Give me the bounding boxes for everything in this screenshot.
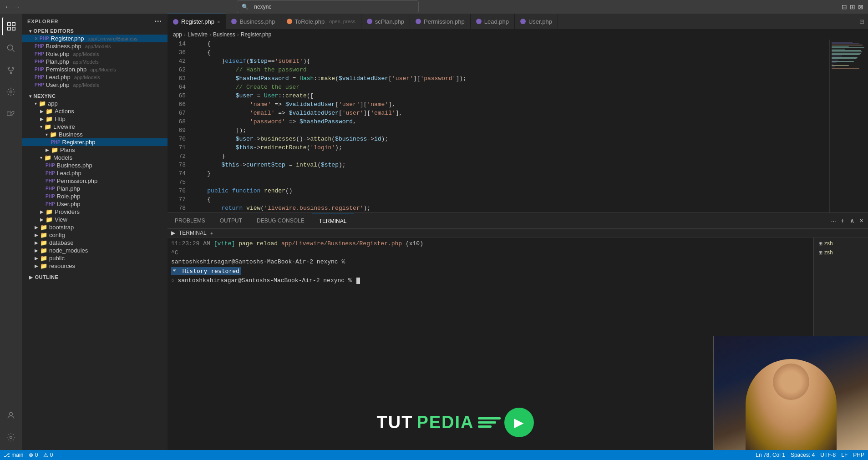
status-eol[interactable]: LF [841, 452, 848, 458]
tab-icon-user [520, 19, 526, 24]
tab-terminal[interactable]: TERMINAL [312, 213, 354, 229]
activity-settings[interactable] [2, 428, 20, 446]
tab-problems[interactable]: PROBLEMS [168, 213, 213, 229]
http-folder[interactable]: ▶ 📁 Http [22, 115, 168, 123]
view-label: View [55, 216, 67, 223]
code-line-76: public function render() [193, 187, 829, 195]
resources-folder-icon: 📁 [40, 263, 47, 269]
open-editor-user-php[interactable]: PHP User.php app/Models [22, 81, 168, 89]
role-php-file[interactable]: PHP Role.php [22, 192, 168, 200]
nav-forward-button[interactable]: → [14, 3, 20, 10]
register-php-file[interactable]: PHP Register.php [22, 138, 168, 146]
close-file-icon[interactable]: × [35, 35, 38, 42]
terminal-instances-panel: ⊞ zsh ⊞ zsh [813, 238, 868, 349]
tab-close-register[interactable]: × [217, 19, 220, 25]
tab-business-php[interactable]: Business.php [226, 14, 281, 30]
global-search-input[interactable] [250, 2, 414, 12]
tab-scplan-php[interactable]: scPlan.php [361, 14, 410, 30]
open-editors-section[interactable]: ▾ OPEN EDITORS [22, 27, 168, 35]
status-ln-col[interactable]: Ln 78, Col 1 [756, 452, 785, 458]
php-file-icon-3: PHP [35, 51, 44, 56]
config-folder[interactable]: ▶ 📁 config [22, 231, 168, 239]
actions-folder[interactable]: ▶ 📁 Actions [22, 107, 168, 115]
business-folder[interactable]: ▾ 📁 Business [22, 131, 168, 138]
activity-explorer[interactable] [2, 17, 20, 35]
node-modules-arrow: ▶ [35, 248, 38, 253]
open-editor-role-php[interactable]: PHP Role.php app/Models [22, 50, 168, 58]
breadcrumb-livewire[interactable]: Livewire [188, 31, 208, 38]
resources-arrow: ▶ [35, 263, 38, 268]
status-lang[interactable]: PHP [853, 452, 864, 458]
app-folder[interactable]: ▾ 📁 app [22, 100, 168, 107]
node-modules-folder-icon: 📁 [40, 247, 47, 254]
nexync-section[interactable]: ▾ NEXYNC [22, 92, 168, 100]
resources-folder[interactable]: ▶ 📁 resources [22, 262, 168, 270]
tab-output[interactable]: OUTPUT [213, 213, 249, 229]
terminal-count: (x10) [406, 240, 423, 247]
user-php-file[interactable]: PHP User.php [22, 200, 168, 208]
layout-icon-1[interactable]: ⊟ [842, 3, 847, 10]
breadcrumb-register-php[interactable]: Register.php [241, 31, 271, 38]
activity-account[interactable] [2, 406, 20, 425]
status-encoding[interactable]: UTF-8 [820, 452, 836, 458]
business-php-file[interactable]: PHP Business.php [22, 162, 168, 169]
open-editor-register-php[interactable]: × PHP Register.php app/Livewire/Business [22, 35, 168, 42]
terminal-main[interactable]: 11:23:29 AM [vite] page reload app/Livew… [168, 238, 813, 349]
split-editor-icon[interactable]: ⊟ [859, 18, 864, 25]
permission-php-file[interactable]: PHP Permission.php [22, 177, 168, 185]
models-folder[interactable]: ▾ 📁 Models [22, 154, 168, 162]
activity-debug[interactable] [2, 83, 20, 101]
activity-search[interactable] [2, 39, 20, 57]
activity-extensions[interactable] [2, 105, 20, 123]
svg-point-4 [8, 45, 13, 51]
layout-icon-2[interactable]: ⊞ [850, 3, 855, 10]
view-folder[interactable]: ▶ 📁 View [22, 216, 168, 223]
status-bar: ⎇ main ⊗ 0 ⚠ 0 Ln 78, Col 1 Spaces: 4 UT… [0, 450, 868, 460]
open-editor-label-4: Plan.php [46, 58, 69, 65]
tab-register-php[interactable]: Register.php × [168, 14, 226, 30]
terminal-instance-1[interactable]: ⊞ zsh [816, 239, 866, 248]
panel-add-button[interactable]: + [840, 216, 845, 225]
layout-icon-3[interactable]: ⊠ [858, 3, 863, 10]
plan-php-file[interactable]: PHP Plan.php [22, 185, 168, 192]
nav-back-button[interactable]: ← [5, 3, 11, 10]
terminal-instance-2[interactable]: ⊞ zsh [816, 248, 866, 257]
sidebar-more-button[interactable]: ··· [155, 17, 162, 25]
code-editor[interactable]: 14 36 42 62 63 64 65 66 67 68 69 70 71 7… [168, 40, 868, 212]
lead-php-file[interactable]: PHP Lead.php [22, 169, 168, 177]
database-folder[interactable]: ▶ 📁 database [22, 239, 168, 247]
tab-debug-console[interactable]: DEBUG CONSOLE [249, 213, 312, 229]
outline-section[interactable]: ▶ OUTLINE [22, 273, 168, 281]
status-errors[interactable]: ⊗ 0 [29, 452, 38, 458]
business-folder-label: Business [59, 131, 83, 138]
tab-permission-php[interactable]: Permission.php [410, 14, 471, 30]
svg-line-5 [12, 50, 15, 52]
code-content[interactable]: { { }elseif($step=='submit'){ // Hash th… [189, 40, 829, 212]
public-folder[interactable]: ▶ 📁 public [22, 254, 168, 262]
activity-source-control[interactable] [2, 61, 20, 79]
open-editor-business-php[interactable]: PHP Business.php app/Models [22, 42, 168, 50]
livewire-folder[interactable]: ▾ 📁 Livewire [22, 123, 168, 131]
open-editor-permission-php[interactable]: PHP Permission.php app/Models [22, 66, 168, 73]
svg-point-6 [8, 67, 9, 68]
node-modules-folder[interactable]: ▶ 📁 node_modules [22, 247, 168, 254]
providers-folder[interactable]: ▶ 📁 Providers [22, 208, 168, 216]
breadcrumb-business[interactable]: Business [213, 31, 235, 38]
terminal-collapse-icon[interactable]: ▶ [171, 230, 175, 236]
plans-folder[interactable]: ▶ 📁 Plans [22, 146, 168, 154]
status-spaces[interactable]: Spaces: 4 [791, 452, 815, 458]
tab-lead-php[interactable]: Lead.php [471, 14, 515, 30]
open-editor-lead-php[interactable]: PHP Lead.php app/Models [22, 73, 168, 81]
panel-close-button[interactable]: × [859, 216, 864, 225]
status-warnings[interactable]: ⚠ 0 [43, 452, 53, 458]
panel-dots-icon[interactable]: ··· [831, 217, 836, 224]
bootstrap-folder[interactable]: ▶ 📁 bootstrap [22, 223, 168, 231]
tab-torole-php[interactable]: ToRole.php open, press [281, 14, 361, 30]
open-editor-plan-php[interactable]: PHP Plan.php app/Models [22, 58, 168, 66]
tab-icon-permission [416, 19, 421, 24]
status-branch[interactable]: ⎇ main [4, 452, 23, 458]
tab-user-php[interactable]: User.php [515, 14, 558, 30]
node-modules-label: node_modules [49, 247, 88, 254]
panel-collapse-button[interactable]: ∧ [849, 216, 855, 225]
breadcrumb-app[interactable]: app [173, 31, 182, 38]
